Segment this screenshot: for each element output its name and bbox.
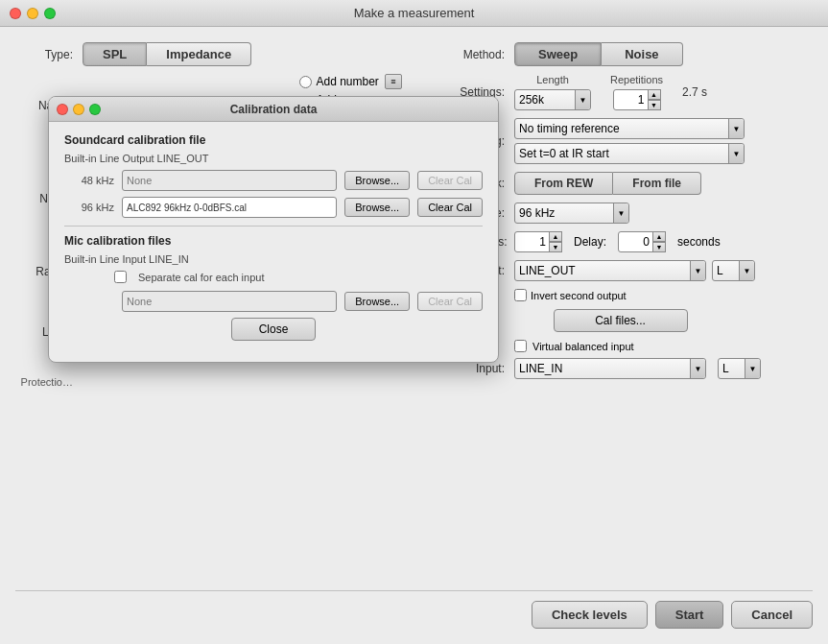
meas-wrap: ▲ ▼ <box>514 231 562 252</box>
virtual-balanced-label: Virtual balanced input <box>532 341 634 352</box>
protection-row: Protectio… <box>15 376 409 388</box>
cancel-button[interactable]: Cancel <box>731 601 813 629</box>
cal-48k-input[interactable] <box>122 170 337 191</box>
playback-buttons: From REW From file <box>514 172 701 195</box>
input-dropdown[interactable]: LINE_IN ▼ <box>514 358 706 379</box>
title-bar: Make a measurement <box>0 0 828 27</box>
minimize-window-button[interactable] <box>27 8 38 19</box>
cal-96k-clear-button[interactable]: Clear Cal <box>417 198 483 217</box>
cal-divider <box>64 226 483 227</box>
window-controls <box>10 8 56 19</box>
mic-clear-button[interactable]: Clear Cal <box>417 292 483 311</box>
mic-section-title: Mic calibration files <box>64 234 483 248</box>
protection-label: Protectio… <box>15 376 83 388</box>
output-inner: LINE_OUT ▼ L ▼ <box>514 260 755 281</box>
meas-inner: ▲ ▼ Delay: ▲ ▼ seconds <box>514 231 721 252</box>
cal-48k-browse-button[interactable]: Browse... <box>344 171 410 190</box>
built-in-input-label: Built-in Line Input LINE_IN <box>64 253 483 265</box>
timing-dropdown-2[interactable]: Set t=0 at IR start ▼ <box>514 143 745 164</box>
sweep-button[interactable]: Sweep <box>514 42 602 66</box>
invert-row: Invert second output <box>514 289 813 301</box>
cal-close-button[interactable] <box>57 104 68 115</box>
spl-button[interactable]: SPL <box>83 42 147 66</box>
soundcard-section-title: Soundcard calibration file <box>64 133 483 147</box>
output-channel-dropdown[interactable]: L ▼ <box>712 260 755 281</box>
invert-checkbox[interactable] <box>514 289 527 301</box>
cal-content: Soundcard calibration file Built-in Line… <box>49 122 498 362</box>
maximize-window-button[interactable] <box>44 8 56 19</box>
output-dropdown[interactable]: LINE_OUT ▼ <box>514 260 706 281</box>
impedance-button[interactable]: Impedance <box>147 42 251 66</box>
close-window-button[interactable] <box>10 8 21 19</box>
cal-bottom: Close <box>64 318 483 350</box>
separate-cal-label: Separate cal for each input <box>138 272 264 283</box>
meas-spinner: ▲ ▼ <box>549 231 562 252</box>
settings-inner: Length 256k ▼ Repetitions <box>514 74 707 110</box>
method-buttons: Sweep Noise <box>514 42 683 66</box>
mic-file-input[interactable] <box>122 291 337 312</box>
type-row: Type: SPL Impedance <box>15 42 409 66</box>
timing-dropdown-1[interactable]: No timing reference ▼ <box>514 118 745 139</box>
add-number-radio[interactable] <box>299 76 312 88</box>
from-file-button[interactable]: From file <box>613 172 701 195</box>
sample-rate-dropdown[interactable]: 96 kHz ▼ <box>514 203 629 224</box>
cal-96k-input[interactable] <box>122 197 337 218</box>
length-dropdown-arrow: ▼ <box>575 90 590 109</box>
cal-48k-clear-button[interactable]: Clear Cal <box>417 171 483 190</box>
input-label: Input: <box>428 362 514 375</box>
meas-down[interactable]: ▼ <box>549 242 562 252</box>
separate-cal-checkbox[interactable] <box>114 271 127 283</box>
cal-maximize-button[interactable] <box>89 104 101 115</box>
input-channel: L <box>722 362 729 375</box>
repetitions-label: Repetitions <box>610 74 663 85</box>
method-label: Method: <box>428 48 514 61</box>
mic-browse-button[interactable]: Browse... <box>344 292 410 311</box>
sample-rate-value: 96 kHz <box>519 206 555 220</box>
type-label: Type: <box>15 48 83 61</box>
invert-label: Invert second output <box>531 290 627 301</box>
noise-button[interactable]: Noise <box>602 42 682 66</box>
input-inner: LINE_IN ▼ L ▼ <box>514 358 761 379</box>
timing-arrow-1: ▼ <box>728 119 744 138</box>
timing-arrow-2: ▼ <box>728 144 744 163</box>
delay-up[interactable]: ▲ <box>652 231 666 242</box>
cal-close-dialog-button[interactable]: Close <box>231 318 317 341</box>
delay-down[interactable]: ▼ <box>652 242 666 252</box>
add-number-row: Add number ≡ <box>299 74 409 89</box>
separate-cal-row: Separate cal for each input <box>64 271 483 283</box>
input-value: LINE_IN <box>519 362 562 375</box>
cal-title-bar: Calibration data <box>49 97 498 122</box>
cal-96k-row: 96 kHz Browse... Clear Cal <box>64 197 483 218</box>
meas-up[interactable]: ▲ <box>549 231 562 242</box>
length-input-wrap: 256k ▼ <box>514 89 591 110</box>
add-number-icon[interactable]: ≡ <box>385 74 402 89</box>
freq-48k-label: 48 kHz <box>64 175 114 186</box>
virtual-balanced-row: Virtual balanced input <box>514 340 813 352</box>
reps-up[interactable]: ▲ <box>648 89 661 100</box>
freq-96k-label: 96 kHz <box>64 202 114 213</box>
reps-down[interactable]: ▼ <box>648 100 661 110</box>
check-levels-button[interactable]: Check levels <box>532 601 648 629</box>
cal-window-controls <box>57 104 101 115</box>
delay-label: Delay: <box>574 235 606 249</box>
length-dropdown[interactable]: 256k ▼ <box>514 89 591 110</box>
cal-96k-browse-button[interactable]: Browse... <box>344 198 410 217</box>
reps-wrap: ▲ ▼ <box>613 89 661 110</box>
output-arrow: ▼ <box>690 261 705 280</box>
cal-files-button[interactable]: Cal files... <box>554 309 688 332</box>
cal-48k-row: 48 kHz Browse... Clear Cal <box>64 170 483 191</box>
timing-option1: No timing reference <box>519 122 620 135</box>
from-rew-button[interactable]: From REW <box>514 172 613 195</box>
output-value: LINE_OUT <box>519 264 576 277</box>
timing-option2: Set t=0 at IR start <box>519 147 609 160</box>
repetitions-col: Repetitions ▲ ▼ <box>610 74 663 110</box>
start-button[interactable]: Start <box>655 601 724 629</box>
sample-rate-arrow: ▼ <box>613 203 628 223</box>
input-channel-dropdown[interactable]: L ▼ <box>718 358 761 379</box>
cal-minimize-button[interactable] <box>73 104 84 115</box>
type-buttons: SPL Impedance <box>83 42 251 66</box>
virtual-balanced-checkbox[interactable] <box>514 340 527 352</box>
reps-spinner: ▲ ▼ <box>648 89 661 110</box>
input-channel-arrow: ▼ <box>745 359 760 378</box>
built-in-output-label: Built-in Line Output LINE_OUT <box>64 153 483 164</box>
